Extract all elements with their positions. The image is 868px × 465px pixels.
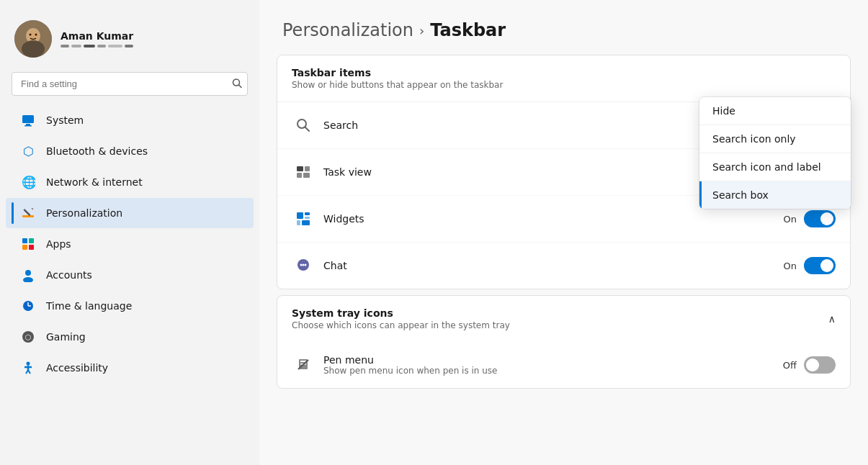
breadcrumb-current: Taskbar [430,20,506,40]
toggle-thumb-pen-menu [806,358,819,371]
personalization-icon [20,205,36,221]
system-icon [20,112,36,128]
bluetooth-icon: ⬡ [20,143,36,159]
svg-rect-41 [297,220,300,225]
setting-control-chat: On [784,257,836,274]
sidebar-item-label-accessibility: Accessibility [46,362,108,374]
dropdown-item-icon-only[interactable]: Search icon only [699,125,851,153]
setting-name-pen-menu: Pen menu [323,354,783,366]
status-chat: On [784,261,797,271]
apps-icon [20,236,36,252]
svg-rect-36 [297,173,302,178]
sidebar-item-label-accounts: Accounts [46,269,92,281]
setting-info-chat: Chat [323,260,784,271]
main-content: Personalization › Taskbar Taskbar items … [259,0,868,465]
svg-point-3 [22,40,45,58]
svg-rect-34 [297,166,303,171]
search-dropdown: HideSearch icon onlySearch icon and labe… [699,97,851,209]
system-tray-list: Pen menu Show pen menu icon when pen is … [277,342,850,388]
svg-point-5 [35,34,37,36]
sidebar-item-gaming[interactable]: ⬡ Gaming [6,322,254,352]
user-bar [61,45,133,48]
toggle-chat[interactable] [804,257,836,274]
setting-control-pen-menu: Off [783,356,836,374]
setting-info-widgets: Widgets [323,213,784,225]
sidebar-item-accessibility[interactable]: Accessibility [6,353,254,383]
chat-icon [292,254,315,277]
sidebar-item-network[interactable]: 🌐 Network & internet [6,167,254,197]
chevron-up-icon: ∧ [828,313,836,325]
toggle-pen-menu[interactable] [804,356,836,374]
breadcrumb-parent[interactable]: Personalization [282,20,413,40]
svg-rect-14 [23,209,30,216]
sidebar-item-label-personalization: Personalization [46,207,122,219]
search-box-container[interactable] [12,72,248,96]
setting-name-widgets: Widgets [323,213,784,225]
svg-rect-18 [22,245,27,250]
svg-text:⬡: ⬡ [23,144,34,158]
svg-point-20 [25,270,31,276]
svg-rect-35 [305,166,310,171]
status-pen-menu: Off [783,360,797,371]
breadcrumb: Personalization › Taskbar [259,0,868,55]
sidebar-item-accounts[interactable]: Accounts [6,260,254,290]
taskbar-items-title: Taskbar items [292,67,836,78]
svg-rect-37 [303,173,310,178]
system-tray-info: System tray icons Choose which icons can… [292,307,510,330]
sidebar-item-bluetooth[interactable]: ⬡ Bluetooth & devices [6,136,254,166]
taskbar-items-header: Taskbar items Show or hide buttons that … [277,55,850,102]
system-tray-header[interactable]: System tray icons Choose which icons can… [277,296,850,342]
svg-rect-8 [22,115,34,123]
svg-line-33 [305,127,310,132]
setting-info-pen-menu: Pen menu Show pen menu icon when pen is … [323,354,783,376]
setting-control-widgets: On [784,210,836,227]
sidebar-item-system[interactable]: System [6,105,254,135]
sidebar-item-personalization[interactable]: Personalization [6,198,254,228]
avatar [14,20,52,58]
sidebar-item-label-time: Time & language [46,300,132,312]
search-icon-button[interactable] [232,78,242,90]
accessibility-icon [20,360,36,376]
svg-rect-9 [26,124,30,125]
svg-text:🌐: 🌐 [22,175,35,189]
sidebar-item-label-network: Network & internet [46,176,143,188]
dropdown-items-list: HideSearch icon onlySearch icon and labe… [699,97,851,209]
svg-text:⬡: ⬡ [25,333,32,341]
svg-line-31 [28,370,30,374]
sidebar-item-label-system: System [46,114,84,126]
taskbar-items-subtitle: Show or hide buttons that appear on the … [292,80,836,90]
svg-point-44 [300,264,303,266]
svg-rect-40 [305,217,310,219]
gaming-icon: ⬡ [20,329,36,345]
toggle-widgets[interactable] [804,210,836,227]
system-tray-subtitle: Choose which icons can appear in the sys… [292,320,510,330]
svg-rect-39 [305,212,310,215]
svg-point-46 [305,264,307,266]
widgets-icon [292,207,315,230]
svg-rect-17 [29,238,34,243]
sidebar-item-label-apps: Apps [46,238,71,250]
sidebar-item-label-gaming: Gaming [46,331,86,343]
svg-rect-10 [24,125,32,127]
nav-list: System ⬡ Bluetooth & devices 🌐 Network &… [0,104,259,384]
svg-rect-16 [22,238,27,243]
svg-point-21 [23,277,33,282]
tray-item-pen-menu: Pen menu Show pen menu icon when pen is … [277,342,850,388]
dropdown-item-icon-label[interactable]: Search icon and label [699,153,851,181]
toggle-thumb-chat [820,259,833,272]
sidebar: Aman Kumar System ⬡ Bluetooth & device [0,0,259,465]
system-tray-title: System tray icons [292,307,510,319]
network-icon: 🌐 [20,174,36,190]
setting-name-chat: Chat [323,260,784,271]
search-input[interactable] [12,72,248,96]
sidebar-item-time[interactable]: Time & language [6,291,254,321]
user-name: Aman Kumar [61,30,133,42]
breadcrumb-separator: › [419,23,424,38]
system-tray-card: System tray icons Choose which icons can… [277,295,851,389]
sidebar-item-apps[interactable]: Apps [6,229,254,259]
dropdown-item-hide[interactable]: Hide [699,97,851,125]
user-profile[interactable]: Aman Kumar [0,12,259,72]
sidebar-item-label-bluetooth: Bluetooth & devices [46,145,148,157]
status-widgets: On [784,214,797,225]
dropdown-item-search-box[interactable]: Search box [699,181,851,209]
